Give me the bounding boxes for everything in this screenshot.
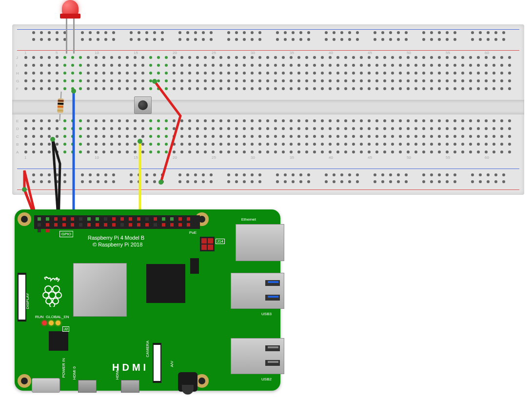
gpio-label: GPIO <box>59 231 73 237</box>
svg-point-880 <box>56 292 61 298</box>
camera-label: CAMERA <box>145 340 150 357</box>
j14-label: J14 <box>216 239 225 244</box>
power-usb-c <box>32 378 60 393</box>
poe-header <box>200 237 215 251</box>
raspberry-logo-icon <box>40 276 64 307</box>
usb2-port <box>231 338 284 374</box>
red-led <box>61 0 80 58</box>
ethernet-port <box>236 224 284 261</box>
usb2-label: USB2 <box>261 377 272 381</box>
circuit-diagram: 1155101015152020252530303535404045455050… <box>0 0 532 397</box>
run-label: RUN <box>35 315 43 319</box>
pushbutton <box>134 96 154 116</box>
usb3-label: USB3 <box>261 312 272 316</box>
usb3-port <box>231 273 284 309</box>
cpu-chip <box>73 263 127 317</box>
breadboard-bottom-rail <box>12 168 524 191</box>
breadboard-gutter <box>12 100 524 114</box>
hdmi0-label: HDMI 0 <box>72 366 77 379</box>
svg-point-879 <box>49 292 56 299</box>
display-label: DISPLAY <box>25 293 30 309</box>
breadboard <box>12 24 524 195</box>
pmic-chip <box>49 331 68 351</box>
ethernet-label: Ethernet <box>241 217 256 222</box>
model-text-1: Raspberry Pi 4 Model B <box>88 235 144 241</box>
gpio-header <box>34 215 200 229</box>
mounting-hole <box>18 212 31 226</box>
mounting-hole <box>18 374 31 388</box>
svg-point-878 <box>43 292 49 298</box>
hdmi-silk-label: HDMI <box>112 362 149 373</box>
breadboard-top-rail <box>12 28 524 52</box>
av-label: A/V <box>170 361 174 367</box>
poe-label: PoE <box>189 230 197 235</box>
hdmi1-port <box>121 380 139 393</box>
ram-chip <box>146 264 185 303</box>
small-chip <box>190 258 199 274</box>
raspberry-pi-board: GPIO Raspberry Pi 4 Model B © Raspberry … <box>15 209 280 391</box>
j2-label: J2 <box>62 326 69 332</box>
hdmi0-port <box>78 380 97 393</box>
globalen-label: GLOBAL_EN <box>46 315 69 319</box>
power-in-label: POWER IN <box>61 358 66 378</box>
status-leds <box>42 321 60 325</box>
model-text-2: © Raspberry Pi 2018 <box>93 242 142 247</box>
svg-point-883 <box>50 302 55 307</box>
